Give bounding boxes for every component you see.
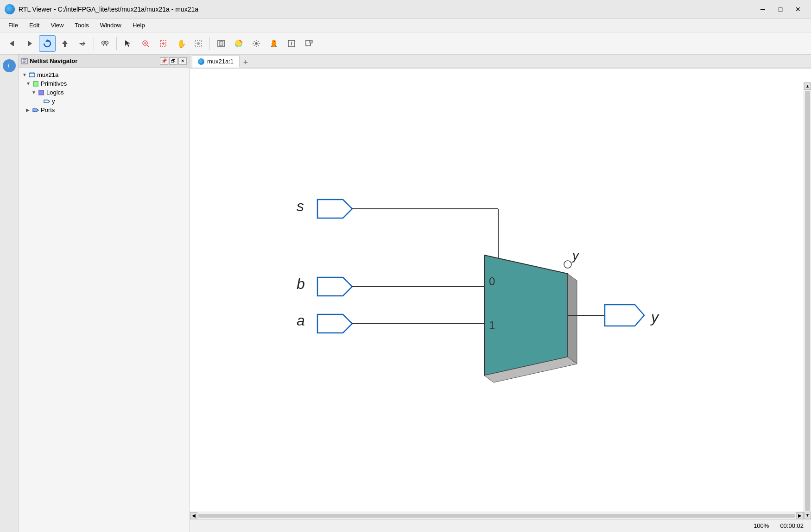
s-label: s (297, 198, 304, 214)
tree-item-y[interactable]: ▶ y (20, 97, 188, 106)
svg-rect-3 (64, 44, 66, 47)
menubar: File Edit View Tools Window Help (0, 19, 811, 32)
svg-rect-49 (39, 91, 43, 94)
tree-arrow-logics: ▼ (32, 90, 37, 95)
tree-item-mux21a[interactable]: ▼ mux21a (20, 70, 188, 79)
tab-app-icon (198, 58, 204, 65)
scroll-right-arrow[interactable]: ► (796, 512, 804, 519)
menu-window[interactable]: Window (95, 21, 126, 30)
mux-output-bubble (564, 261, 571, 268)
sidebar-close-button[interactable]: ✕ (178, 57, 187, 65)
canvas-area[interactable]: s b a (190, 69, 811, 532)
message-icon[interactable]: i (3, 59, 16, 72)
color-button[interactable] (230, 35, 247, 52)
ports-icon (32, 107, 39, 113)
b-label: b (297, 275, 305, 292)
close-button[interactable]: ✕ (790, 3, 806, 16)
toolbar: ✋ (0, 32, 811, 55)
statusbar: 100% 00:00:02 (190, 519, 811, 532)
sidebar-pin-button[interactable]: 📌 (160, 57, 168, 65)
properties-button[interactable] (248, 35, 265, 52)
svg-marker-50 (44, 100, 50, 103)
window-controls: ─ □ ✕ (754, 3, 806, 16)
main-layout: i Netlist Navigator 📌 🗗 ✕ ▼ mux21a ▼ (0, 55, 811, 532)
s-port (317, 200, 352, 218)
svg-marker-51 (33, 109, 38, 112)
tab-mux21a[interactable]: mux21a:1 (192, 56, 240, 68)
svg-rect-25 (219, 42, 223, 45)
time-display: 00:00:02 (780, 522, 804, 529)
netlist-tree: ▼ mux21a ▼ Primitives ▼ Logics ▶ y (19, 68, 190, 532)
tree-label-primitives: Primitives (41, 80, 67, 87)
vertical-scrollbar[interactable]: ▲ ▼ (804, 82, 811, 519)
mux-y-label: y (571, 248, 580, 263)
refresh-button[interactable] (39, 35, 56, 52)
scroll-thumb-horizontal[interactable] (198, 514, 795, 518)
menu-file[interactable]: File (4, 21, 23, 30)
bird-icon-button[interactable] (266, 35, 282, 52)
export-button[interactable] (301, 35, 317, 52)
add-tab-button[interactable]: + (241, 57, 251, 68)
tab-label: mux21a:1 (207, 58, 234, 65)
tree-label-logics: Logics (46, 89, 64, 96)
zoom-level: 100% (754, 522, 769, 529)
svg-rect-0 (13, 41, 14, 46)
menu-view[interactable]: View (46, 21, 68, 30)
rtl-diagram: s b a (271, 163, 688, 440)
toolbar-separator-1 (94, 37, 94, 50)
diagram-container: s b a (190, 69, 811, 523)
scroll-up-arrow[interactable]: ▲ (804, 82, 811, 90)
svg-marker-12 (125, 40, 130, 47)
pan-button[interactable]: ✋ (172, 35, 189, 52)
tree-item-logics[interactable]: ▼ Logics (20, 88, 188, 97)
mux-body (484, 255, 568, 376)
mux-depth-right (568, 274, 577, 364)
zoom-out-button[interactable] (190, 35, 207, 52)
fit-button[interactable] (213, 35, 229, 52)
up-button[interactable] (57, 35, 73, 52)
scroll-thumb-vertical[interactable] (805, 91, 810, 511)
find-button[interactable] (97, 35, 114, 52)
sidebar-restore-button[interactable]: 🗗 (169, 57, 177, 65)
titlebar: RTL Viewer - C:/intelFPGA_lite/test/mux2… (0, 0, 811, 19)
svg-rect-42 (29, 73, 35, 77)
menu-tools[interactable]: Tools (70, 21, 93, 30)
mux-1-label: 1 (489, 319, 495, 332)
sidebar-header: Netlist Navigator 📌 🗗 ✕ (19, 55, 190, 68)
svg-rect-1 (28, 41, 29, 46)
tree-label-y: y (52, 98, 55, 105)
expand-button[interactable] (283, 35, 300, 52)
left-strip: i (0, 55, 19, 532)
zoom-region-button[interactable] (155, 35, 171, 52)
svg-point-29 (272, 40, 276, 44)
zoom-in-button[interactable] (137, 35, 154, 52)
svg-text:✋: ✋ (177, 39, 185, 48)
minimize-button[interactable]: ─ (754, 3, 771, 16)
tree-label-ports: Ports (41, 106, 55, 113)
a-port (317, 314, 352, 333)
forward-button[interactable] (21, 35, 38, 52)
menu-help[interactable]: Help (128, 21, 150, 30)
navigate-button[interactable] (74, 35, 91, 52)
y-out-port (605, 305, 644, 326)
svg-rect-47 (34, 82, 38, 86)
tree-item-primitives[interactable]: ▼ Primitives (20, 79, 188, 88)
svg-marker-22 (196, 42, 200, 44)
scroll-down-arrow[interactable]: ▼ (804, 512, 811, 519)
back-button[interactable] (4, 35, 20, 52)
scroll-left-arrow[interactable]: ◄ (190, 512, 197, 519)
sidebar-controls: 📌 🗗 ✕ (160, 57, 187, 65)
tree-label-mux21a: mux21a (37, 71, 58, 78)
select-button[interactable] (120, 35, 136, 52)
logics-icon (38, 89, 44, 96)
menu-edit[interactable]: Edit (25, 21, 44, 30)
tree-arrow-ports: ▶ (26, 107, 32, 113)
restore-button[interactable]: □ (772, 3, 789, 16)
tree-item-ports[interactable]: ▶ Ports (20, 106, 188, 114)
a-label: a (297, 312, 305, 329)
tree-arrow-primitives: ▼ (26, 81, 32, 86)
horizontal-scrollbar[interactable]: ◄ ► (190, 512, 804, 519)
svg-marker-4 (62, 40, 68, 44)
svg-point-27 (255, 42, 258, 45)
svg-point-36 (6, 63, 13, 69)
